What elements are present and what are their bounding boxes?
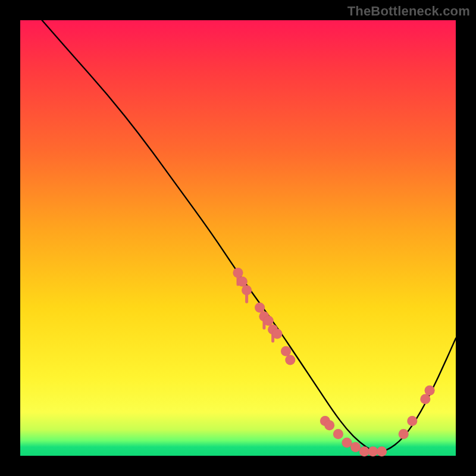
highlight-drip — [245, 294, 248, 303]
highlight-dot — [255, 303, 265, 313]
highlight-dot — [237, 277, 248, 287]
watermark-text: TheBottleneck.com — [347, 4, 470, 19]
bottleneck-curve — [42, 20, 456, 452]
plot-area — [20, 20, 456, 456]
chart-frame: TheBottleneck.com — [0, 0, 476, 476]
highlight-dot — [342, 438, 352, 448]
highlight-dots — [233, 268, 435, 456]
highlight-dot — [272, 329, 282, 339]
highlight-dot — [407, 416, 417, 426]
highlight-dot — [281, 346, 291, 356]
highlight-dot — [285, 355, 295, 365]
highlight-dot — [233, 268, 243, 278]
highlight-dot — [420, 394, 430, 404]
highlight-dot — [425, 386, 435, 396]
highlight-dot — [264, 316, 274, 326]
highlight-dot — [333, 429, 343, 439]
highlight-dot — [242, 285, 252, 295]
chart-overlay — [20, 20, 456, 456]
highlight-dot — [324, 420, 334, 430]
highlight-dot — [377, 446, 387, 456]
highlight-dot — [399, 429, 409, 439]
highlight-dot — [350, 442, 361, 452]
